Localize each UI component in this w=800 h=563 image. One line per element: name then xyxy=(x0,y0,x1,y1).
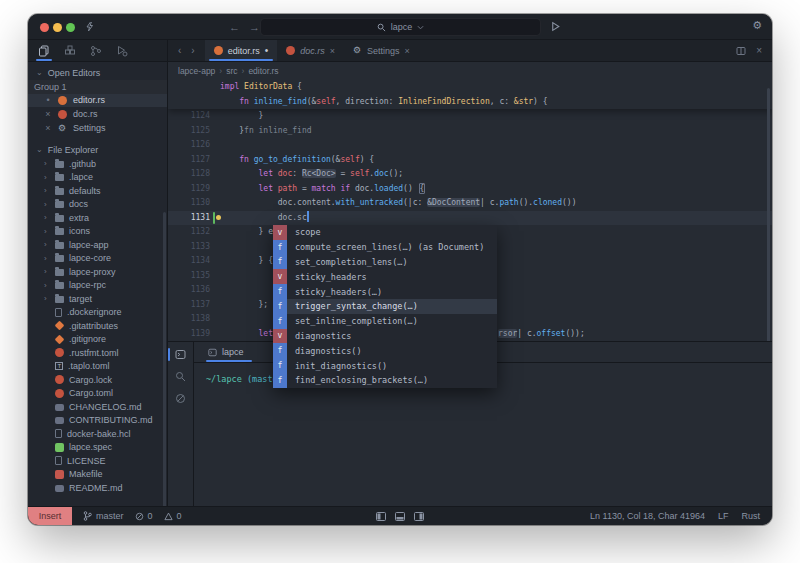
completion-item[interactable]: fsticky_headers(…) xyxy=(273,284,497,299)
completion-item[interactable]: fset_inline_completion(…) xyxy=(273,314,497,329)
file-explorer-icon[interactable] xyxy=(38,45,50,57)
file-explorer-header[interactable]: ⌄ File Explorer xyxy=(28,143,167,157)
split-editor-icon[interactable] xyxy=(736,46,746,56)
file-explorer-item[interactable]: ›icons xyxy=(28,224,167,238)
file-explorer-item[interactable]: Makefile xyxy=(28,467,167,481)
code-line[interactable]: 1128 let doc: Rc<Doc> = self.doc(); xyxy=(168,167,772,182)
file-explorer-item[interactable]: ›lapce-proxy xyxy=(28,265,167,279)
file-explorer-item[interactable]: .dockerignore xyxy=(28,305,167,319)
terminal-icon[interactable] xyxy=(175,349,186,360)
mode-badge[interactable]: Insert xyxy=(28,507,72,525)
nav-forward-button[interactable]: → xyxy=(249,19,260,35)
file-explorer-item[interactable]: lapce.spec xyxy=(28,440,167,454)
code-line[interactable]: 1127 fn go_to_definition(&self) { xyxy=(168,153,772,168)
panel-search-icon[interactable] xyxy=(175,371,186,382)
modified-dot-icon[interactable]: • xyxy=(265,45,269,56)
line-ending[interactable]: LF xyxy=(718,511,729,521)
tab-editor.rs[interactable]: editor.rs• xyxy=(205,40,278,61)
file-icon xyxy=(55,429,62,438)
open-editor-label: Settings xyxy=(73,123,106,133)
completion-item[interactable]: vscope xyxy=(273,225,497,240)
open-editor-item[interactable]: •editor.rs xyxy=(28,94,167,108)
file-explorer-item[interactable]: ›lapce-rpc xyxy=(28,278,167,292)
file-explorer-item[interactable]: ›lapce-core xyxy=(28,251,167,265)
toggle-left-panel-icon[interactable] xyxy=(376,512,386,521)
file-explorer-item[interactable]: Cargo.lock xyxy=(28,373,167,387)
tabs-forward-button[interactable]: › xyxy=(191,45,194,56)
file-explorer-item[interactable]: .gitattributes xyxy=(28,319,167,333)
tab-doc.rs[interactable]: doc.rs× xyxy=(277,40,344,61)
problems-icon[interactable] xyxy=(175,393,186,404)
code-token: match xyxy=(312,184,336,193)
zoom-window-button[interactable] xyxy=(66,23,75,32)
command-palette-search[interactable]: lapce xyxy=(260,18,541,36)
breadcrumb-part[interactable]: lapce-app xyxy=(178,66,215,76)
language-mode[interactable]: Rust xyxy=(741,511,760,521)
file-explorer-item[interactable]: CONTRIBUTING.md xyxy=(28,413,167,427)
completion-item[interactable]: ftrigger_syntax_change(…) xyxy=(273,299,497,314)
completion-item[interactable]: vsticky_headers xyxy=(273,269,497,284)
close-window-button[interactable] xyxy=(40,23,49,32)
plugins-icon[interactable] xyxy=(64,45,76,57)
completion-item[interactable]: fset_completion_lens(…) xyxy=(273,255,497,270)
file-explorer-item[interactable]: .rustfmt.toml xyxy=(28,346,167,360)
file-explorer-item[interactable]: CHANGELOG.md xyxy=(28,400,167,414)
completion-item[interactable]: fcompute_screen_lines(…) (as Document) xyxy=(273,240,497,255)
open-editor-item[interactable]: ×Settings xyxy=(28,121,167,135)
file-explorer-item[interactable]: ›lapce-app xyxy=(28,238,167,252)
tab-Settings[interactable]: Settings× xyxy=(344,40,419,61)
git-branch-item[interactable]: master xyxy=(83,511,124,521)
file-explorer-item[interactable]: LICENSE xyxy=(28,454,167,468)
file-explorer-item[interactable]: .taplo.toml xyxy=(28,359,167,373)
open-editor-item[interactable]: ×doc.rs xyxy=(28,107,167,121)
settings-gear-icon[interactable]: ⚙ xyxy=(752,19,762,32)
open-editors-header[interactable]: ⌄ Open Editors xyxy=(28,66,167,80)
breadcrumb-part[interactable]: src xyxy=(226,66,237,76)
toggle-right-panel-icon[interactable] xyxy=(414,512,424,521)
code-line[interactable]: 1129 let path = match if doc.loaded() { xyxy=(168,182,772,197)
file-explorer-item[interactable]: ›defaults xyxy=(28,184,167,198)
file-explorer-item[interactable]: ›extra xyxy=(28,211,167,225)
code-line[interactable]: impl EditorData { xyxy=(168,80,772,95)
file-explorer-item[interactable]: docker-bake.hcl xyxy=(28,427,167,441)
completion-item[interactable]: finit_diagnostics() xyxy=(273,358,497,373)
warnings-item[interactable]: 0 xyxy=(164,511,182,521)
toggle-bottom-panel-icon[interactable] xyxy=(395,512,405,521)
file-explorer-item[interactable]: .gitignore xyxy=(28,332,167,346)
file-explorer-item[interactable]: README.md xyxy=(28,481,167,495)
editor-scrollbar[interactable] xyxy=(767,88,770,341)
tabs-back-button[interactable]: ‹ xyxy=(178,45,181,56)
debug-icon[interactable] xyxy=(116,45,128,57)
code-line[interactable]: 1131 doc.sc xyxy=(168,211,772,226)
sidebar-scrollbar[interactable] xyxy=(163,212,166,506)
completion-item[interactable]: fdiagnostics() xyxy=(273,343,497,358)
run-button[interactable] xyxy=(550,21,561,32)
file-explorer-item[interactable]: ›docs xyxy=(28,197,167,211)
file-explorer-item[interactable]: ›.lapce xyxy=(28,170,167,184)
remote-connect-icon[interactable] xyxy=(84,21,95,32)
code-line[interactable]: 1130 doc.content.with_untracked(|c: &Doc… xyxy=(168,196,772,211)
source-control-icon[interactable] xyxy=(90,45,102,57)
file-explorer-item[interactable]: ›.github xyxy=(28,157,167,171)
cursor-position[interactable]: Ln 1130, Col 18, Char 41964 xyxy=(590,511,705,521)
breadcrumb[interactable]: lapce-app›src›editor.rs xyxy=(168,62,772,80)
close-tab-icon[interactable]: × xyxy=(405,46,410,56)
code-line[interactable]: 1126 xyxy=(168,138,772,153)
completion-item[interactable]: ffind_enclosing_brackets(…) xyxy=(273,373,497,388)
code-line[interactable]: fn inline_find(&self, direction: InlineF… xyxy=(168,95,772,110)
completion-item[interactable]: vdiagnostics xyxy=(273,329,497,344)
nav-back-button[interactable]: ← xyxy=(229,19,240,35)
code-line[interactable]: 1124 } xyxy=(168,109,772,124)
close-item-icon[interactable]: × xyxy=(44,109,52,119)
errors-item[interactable]: 0 xyxy=(135,511,153,521)
file-explorer-item[interactable]: ›target xyxy=(28,292,167,306)
code-line[interactable]: 1125 }fn inline_find xyxy=(168,124,772,139)
close-tab-icon[interactable]: × xyxy=(330,46,335,56)
file-explorer-item[interactable]: Cargo.toml xyxy=(28,386,167,400)
terminal-tab[interactable]: lapce xyxy=(206,342,260,362)
breadcrumb-part[interactable]: editor.rs xyxy=(248,66,278,76)
close-item-icon[interactable]: × xyxy=(44,123,52,133)
close-editor-icon[interactable]: × xyxy=(756,45,762,56)
minimize-window-button[interactable] xyxy=(53,23,62,32)
modified-dot-icon[interactable]: • xyxy=(44,95,52,105)
